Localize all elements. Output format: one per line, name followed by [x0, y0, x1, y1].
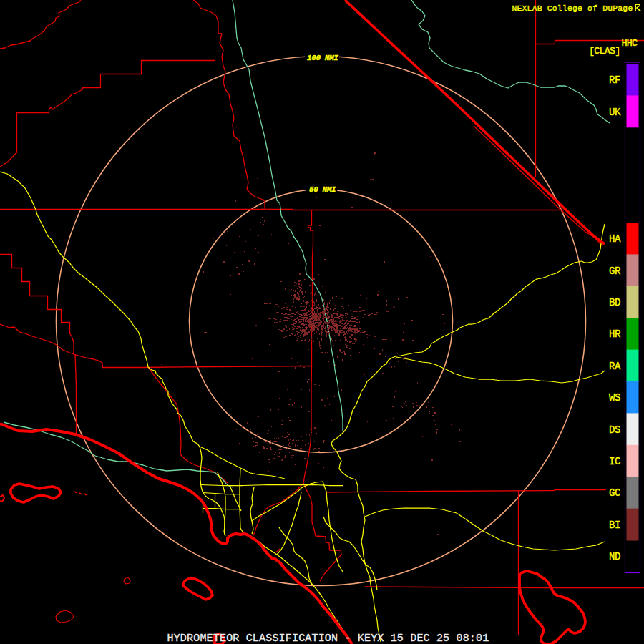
svg-text:RA: RA — [609, 361, 621, 372]
svg-text:NEXLAB-College of DuPage: NEXLAB-College of DuPage — [512, 4, 633, 13]
svg-text:HYDROMETEOR CLASSIFICATION - K: HYDROMETEOR CLASSIFICATION - KEYX 15 DEC… — [167, 633, 489, 644]
svg-text:UK: UK — [609, 107, 621, 118]
svg-text:BI: BI — [609, 519, 620, 531]
svg-text:BD: BD — [609, 297, 620, 308]
svg-text:WS: WS — [609, 392, 620, 404]
svg-text:GC: GC — [609, 487, 620, 499]
svg-text:50 NMI: 50 NMI — [309, 185, 336, 194]
svg-text:HHC: HHC — [622, 38, 638, 49]
svg-text:HR: HR — [609, 328, 621, 340]
svg-text:RF: RF — [609, 74, 620, 86]
svg-text:[CLAS]: [CLAS] — [589, 46, 620, 57]
svg-text:100 NMI: 100 NMI — [307, 54, 338, 62]
svg-text:IC: IC — [609, 456, 620, 467]
svg-text:ND: ND — [609, 551, 620, 562]
svg-text:DS: DS — [609, 424, 620, 436]
svg-text:GR: GR — [609, 265, 621, 277]
svg-text:HA: HA — [609, 233, 621, 245]
